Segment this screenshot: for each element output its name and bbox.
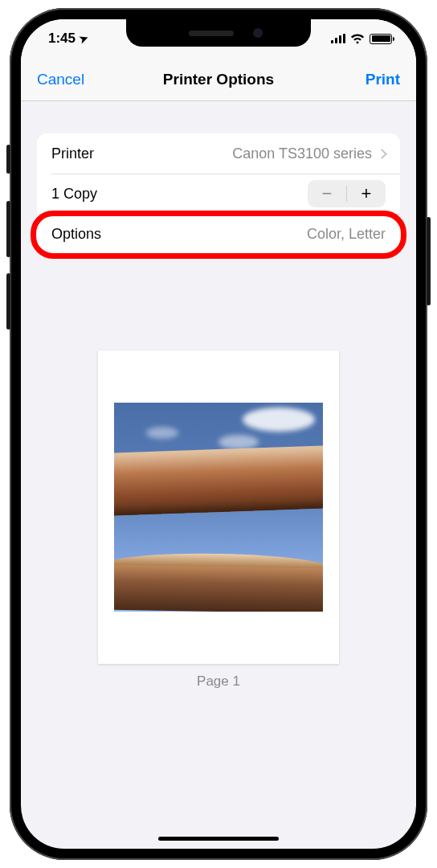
cellular-icon — [331, 34, 345, 43]
nav-bar: Cancel Printer Options Print — [21, 58, 416, 101]
page-number-label: Page 1 — [197, 674, 240, 690]
screen: 1:45 ➤ Cancel Printer Options Print P — [21, 19, 416, 849]
notch — [126, 19, 311, 47]
power-button — [427, 217, 431, 305]
copies-stepper: − + — [308, 180, 386, 207]
copies-increment-button[interactable]: + — [347, 180, 386, 207]
copies-decrement-button[interactable]: − — [308, 180, 346, 207]
mute-switch — [6, 145, 10, 174]
wifi-icon — [350, 34, 365, 44]
status-right — [331, 34, 392, 44]
volume-up-button — [6, 201, 10, 257]
phone-frame: 1:45 ➤ Cancel Printer Options Print P — [10, 8, 427, 860]
printer-value: Canon TS3100 series — [232, 145, 372, 162]
options-label: Options — [51, 226, 101, 243]
status-time: 1:45 — [48, 31, 76, 47]
preview-image — [114, 403, 323, 612]
battery-icon — [370, 34, 392, 44]
content-area: Printer Canon TS3100 series 1 Copy − + — [21, 101, 416, 690]
copies-label: 1 Copy — [51, 186, 97, 203]
front-camera — [253, 28, 263, 38]
page-preview[interactable] — [98, 350, 339, 664]
copies-row: 1 Copy − + — [37, 174, 400, 214]
printer-label: Printer — [51, 145, 94, 162]
status-left: 1:45 ➤ — [48, 31, 89, 47]
preview-area: Page 1 — [37, 350, 400, 690]
options-value: Color, Letter — [307, 226, 386, 243]
printer-row[interactable]: Printer Canon TS3100 series — [37, 133, 400, 174]
print-button[interactable]: Print — [366, 71, 400, 88]
printer-value-wrap: Canon TS3100 series — [232, 145, 386, 162]
cancel-button[interactable]: Cancel — [37, 71, 84, 88]
speaker-grille — [189, 31, 234, 36]
chevron-right-icon — [377, 149, 387, 159]
settings-list: Printer Canon TS3100 series 1 Copy − + — [37, 133, 400, 254]
location-icon: ➤ — [76, 30, 91, 47]
home-indicator[interactable] — [158, 837, 279, 841]
options-row[interactable]: Options Color, Letter — [37, 214, 400, 254]
volume-down-button — [6, 273, 10, 330]
